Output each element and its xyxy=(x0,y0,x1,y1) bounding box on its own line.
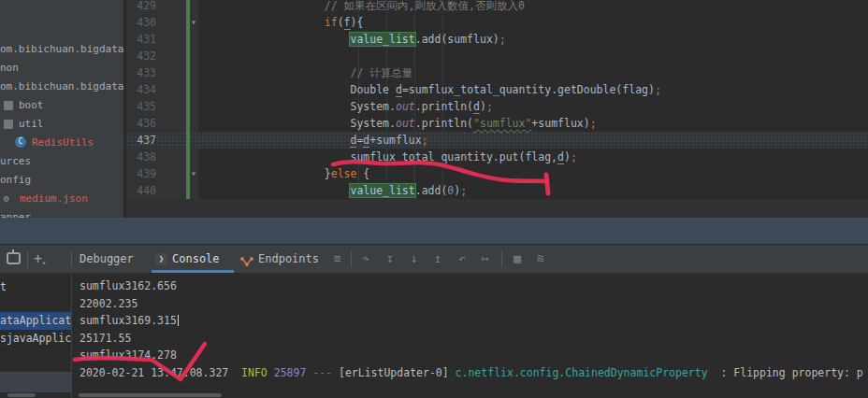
token-pl xyxy=(221,66,350,79)
breadcrumb: ApiCtrl›getReportData()›item -> {...} xyxy=(126,199,868,218)
console-output[interactable]: sumflux3162.65622002.235sumflux3169.3152… xyxy=(72,273,868,398)
project-sidebar[interactable]: om.bibichuan.bigdatanonom.bibichuan.bigd… xyxy=(0,0,124,218)
sidebar-item-om-bibichuan-bigdata[interactable]: om.bibichuan.bigdata xyxy=(0,78,124,95)
chevron-down-icon: ▾ xyxy=(42,260,46,267)
code-line-432[interactable]: 432 xyxy=(126,48,868,64)
token-str: "sumflux" xyxy=(473,117,531,130)
splitter-band[interactable] xyxy=(0,218,868,244)
console-tab-icon: ❯ xyxy=(155,253,167,265)
tab-endpoints[interactable]: Endpoints xyxy=(258,245,319,274)
sidebar-item-apper[interactable]: apper xyxy=(0,209,124,218)
code-line-439[interactable]: 439 }else { xyxy=(126,165,868,182)
token-kw: else xyxy=(331,167,357,180)
log-segment-logger: c.netflix.config.ChainedDynamicProperty xyxy=(456,366,708,379)
token-pl xyxy=(221,100,350,113)
token-pl: { xyxy=(356,167,369,180)
divider xyxy=(27,251,28,267)
code-line-435[interactable]: 435 System.out.println(d); xyxy=(126,98,868,115)
endpoints-tab-icon xyxy=(240,253,253,265)
token-fld: out xyxy=(396,117,415,130)
drop-frame-icon[interactable]: ↶ xyxy=(454,249,470,268)
sidebar-item-urces[interactable]: urces xyxy=(0,153,124,170)
code-line-431[interactable]: 431 value_list.add(sumflux); xyxy=(126,31,868,48)
console-text: sumflux3174.278 xyxy=(80,348,177,362)
run-config-item[interactable]: sjavaApplic xyxy=(0,330,71,348)
token-pl: .add(sumflux) xyxy=(415,33,499,46)
token-hl: value_list xyxy=(350,184,414,197)
code-line-429[interactable]: 429 // 如果在区间内,则放入数值,否则放入0 xyxy=(126,0,868,14)
divider xyxy=(71,251,72,267)
token-fld: out xyxy=(396,100,415,113)
folder-icon xyxy=(4,120,13,129)
token-pl xyxy=(221,0,325,12)
step-into-icon[interactable]: ↧ xyxy=(382,249,398,268)
code-text xyxy=(198,48,868,64)
code-lines[interactable]: 429 // 如果在区间内,则放入数值,否则放入0430 if(f){431 v… xyxy=(126,0,868,199)
evaluate-icon[interactable]: ▦ xyxy=(509,249,526,268)
code-line-438[interactable]: 438 sumflux_total_quantity.put(flag,d); xyxy=(126,149,868,165)
menu-icon[interactable]: ≡ xyxy=(329,249,346,268)
sidebar-item-label: util xyxy=(19,116,44,132)
code-editor[interactable]: 429 // 如果在区间内,则放入数值,否则放入0430 if(f){431 v… xyxy=(126,0,868,199)
token-pl xyxy=(221,134,350,147)
code-text: Double d=sumflux_total_quantity.getDoubl… xyxy=(198,81,868,98)
json-file-icon: ⚙ xyxy=(4,193,14,204)
token-pl: =sumflux_total_quantity.getDouble(flag) xyxy=(402,83,655,96)
sidebar-item-boot[interactable]: boot xyxy=(0,97,124,114)
sidebar-item-onfig[interactable]: onfig xyxy=(0,172,124,189)
console-hscrollbar[interactable] xyxy=(79,393,222,397)
sidebar-item-om-bibichuan-bigdata[interactable]: om.bibichuan.bigdata xyxy=(0,41,124,58)
fold-icon[interactable]: ▾ xyxy=(188,169,199,180)
add-configuration-icon[interactable]: +▾ xyxy=(34,249,46,273)
code-line-440[interactable]: 440 value_list.add(0); xyxy=(126,182,868,199)
code-text: sumflux_total_quantity.put(flag,d); xyxy=(198,149,868,165)
code-line-430[interactable]: 430 if(f){ xyxy=(126,14,868,31)
sidebar-item-label: onfig xyxy=(0,172,31,188)
token-pl: ( xyxy=(338,16,344,29)
token-pl: sumflux_total_quantity.put(flag, xyxy=(350,150,557,163)
class-icon: C xyxy=(15,136,26,148)
log-segment-info: INFO xyxy=(235,366,268,379)
sidebar-item-label: RedisUtils xyxy=(32,135,94,150)
run-list-hscrollbar[interactable] xyxy=(7,393,36,397)
token-semi: ; xyxy=(486,100,493,113)
tab-debugger[interactable]: Debugger xyxy=(80,245,134,274)
force-step-into-icon[interactable]: ↓ xyxy=(406,249,423,268)
restore-layout-icon[interactable] xyxy=(7,252,21,264)
sidebar-item-non[interactable]: non xyxy=(0,60,124,77)
run-to-cursor-icon[interactable]: ↦ xyxy=(477,249,494,268)
sidebar-item-redisutils[interactable]: CRedisUtils xyxy=(0,135,124,151)
run-config-item[interactable]: t xyxy=(0,278,71,296)
token-pl: +sumflux xyxy=(369,134,421,147)
sidebar-item-medium-json[interactable]: ⚙medium.json xyxy=(0,191,124,207)
folder-icon xyxy=(4,101,13,110)
log-segment-plain: : Flipping property: p xyxy=(708,366,863,379)
console-text: sumflux3169.315 xyxy=(80,314,177,327)
token-varu: d xyxy=(557,150,564,164)
layout-settings-icon[interactable]: ≋ xyxy=(532,249,549,268)
token-pl: ) xyxy=(564,150,571,163)
token-pl: .println( xyxy=(415,100,473,113)
ide-window: om.bibichuan.bigdatanonom.bibichuan.bigd… xyxy=(0,0,868,398)
run-list-footer xyxy=(0,372,71,392)
code-line-437[interactable]: 437 d=d+sumflux; xyxy=(126,132,868,149)
sidebar-item-label: apper xyxy=(0,209,31,218)
token-pl: ){ xyxy=(351,16,364,29)
sidebar-item-util[interactable]: util xyxy=(0,116,124,133)
console-line: sumflux3174.278 xyxy=(72,347,868,364)
code-line-433[interactable]: 433 // 计算总量 xyxy=(126,64,868,81)
token-pl: .println( xyxy=(415,117,473,130)
console-line: 22002.235 xyxy=(72,295,868,313)
fold-icon[interactable]: ▾ xyxy=(188,18,199,29)
code-line-434[interactable]: 434 Double d=sumflux_total_quantity.getD… xyxy=(126,81,868,98)
code-text: d=d+sumflux; xyxy=(198,132,868,149)
code-line-436[interactable]: 436 System.out.println("sumflux"+sumflux… xyxy=(126,115,868,132)
step-out-icon[interactable]: ↥ xyxy=(429,249,446,268)
debug-panel-header: +▾ Debugger❯ConsoleEndpoints ≡↷↧↓↥↶↦▦≋ xyxy=(0,244,868,273)
step-over-icon[interactable]: ↷ xyxy=(357,249,374,268)
token-pl xyxy=(221,83,350,96)
sidebar-item-label: non xyxy=(0,60,19,76)
sidebar-item-label: urces xyxy=(0,153,31,169)
run-config-item[interactable]: ataApplicat xyxy=(0,312,71,330)
code-text: System.out.println(d); xyxy=(198,98,868,115)
